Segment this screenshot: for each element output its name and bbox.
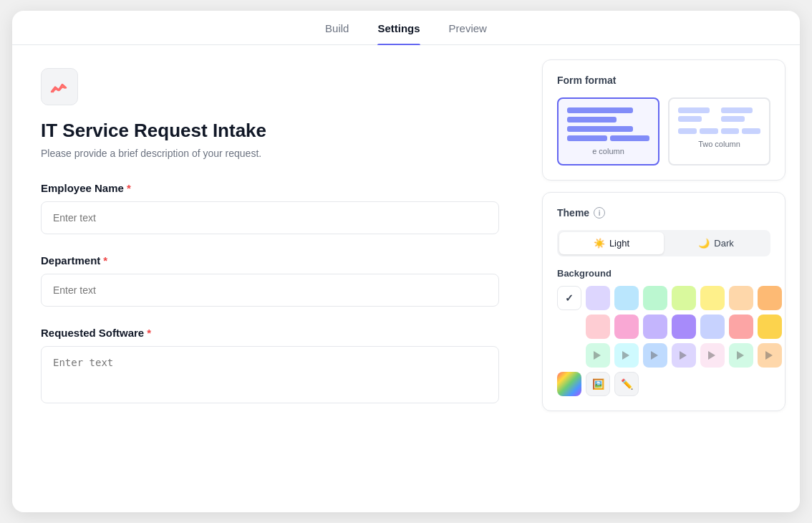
color-swatch-thumb4[interactable] (672, 343, 696, 368)
form-field-employee-name: Employee Name * (41, 182, 499, 234)
tc-bar-6 (700, 128, 718, 134)
color-swatch-thumb1[interactable] (586, 343, 610, 368)
format-options: e column (557, 97, 770, 165)
required-star-3: * (147, 327, 151, 339)
form-subtitle: Please provide a brief description of yo… (41, 148, 499, 159)
field-label-department: Department * (41, 254, 499, 267)
tab-build[interactable]: Build (325, 22, 349, 44)
play-icon-6 (737, 351, 745, 360)
color-swatch-purple[interactable] (672, 315, 696, 339)
field-label-employee-name: Employee Name * (41, 182, 499, 194)
color-grid-row1 (557, 286, 770, 310)
play-icon-3 (651, 351, 659, 360)
theme-info-icon[interactable]: i (594, 207, 605, 219)
play-icon-7 (765, 351, 774, 360)
tab-preview[interactable]: Preview (449, 22, 487, 44)
color-swatch-lavender[interactable] (586, 286, 610, 310)
tc-bar-4 (721, 116, 745, 122)
requested-software-input[interactable] (41, 346, 499, 403)
tc-bar-7 (721, 128, 740, 134)
color-grid-row3 (557, 343, 770, 368)
tab-settings[interactable]: Settings (377, 22, 420, 44)
preview-bar-row (567, 135, 649, 141)
color-swatch-amber[interactable] (758, 315, 782, 339)
left-panel: IT Service Request Intake Please provide… (12, 45, 528, 512)
play-icon-4 (680, 351, 688, 360)
tc-bar-3 (721, 107, 753, 113)
tc-bar-2 (678, 116, 702, 122)
special-swatches: 🖼️ ✏️ (557, 372, 770, 396)
form-format-card: Form format e column (542, 59, 786, 181)
tc-bar-5 (678, 128, 697, 134)
header-tabs: Build Settings Preview (12, 11, 800, 45)
play-icon-5 (708, 351, 717, 360)
format-one-column[interactable]: e column (557, 97, 659, 165)
preview-bar-2 (567, 117, 617, 123)
theme-light-button[interactable]: ☀️ Light (559, 232, 664, 254)
form-field-requested-software: Requested Software * (41, 327, 499, 406)
tc-bar-1 (678, 107, 710, 113)
preview-bar-1 (567, 107, 633, 113)
right-panel: Form format e column (528, 45, 800, 512)
color-swatch-thumb5[interactable] (700, 343, 725, 368)
picker-swatch[interactable]: ✏️ (614, 372, 639, 396)
required-star-2: * (103, 254, 107, 267)
color-swatch-peach[interactable] (729, 286, 753, 310)
color-swatch-white[interactable] (557, 286, 581, 310)
theme-title: Theme i (557, 207, 770, 219)
format-two-column[interactable]: Two column (668, 97, 770, 165)
theme-toggle: ☀️ Light 🌙 Dark (557, 230, 770, 256)
color-swatch-thumb6[interactable] (729, 343, 753, 368)
one-column-label: e column (567, 147, 649, 155)
form-logo (41, 68, 78, 105)
form-format-title: Form format (557, 75, 770, 86)
color-swatch-pink[interactable] (586, 315, 610, 339)
sun-icon: ☀️ (594, 238, 605, 249)
image-icon: 🖼️ (592, 378, 604, 390)
theme-dark-button[interactable]: 🌙 Dark (664, 232, 768, 254)
theme-card: Theme i ☀️ Light 🌙 Dark Background (542, 192, 786, 411)
picker-icon: ✏️ (621, 378, 633, 390)
moon-icon: 🌙 (698, 238, 710, 249)
required-star-1: * (127, 182, 131, 194)
background-label: Background (557, 268, 770, 279)
color-swatch-thumb2[interactable] (614, 343, 639, 368)
two-column-label: Two column (678, 140, 760, 148)
color-swatch-lime[interactable] (672, 286, 696, 310)
color-swatch-mint[interactable] (643, 286, 667, 310)
field-label-requested-software: Requested Software * (41, 327, 499, 339)
two-column-preview (678, 107, 760, 134)
color-swatch-sky[interactable] (614, 286, 639, 310)
clickup-logo-icon (49, 77, 69, 97)
form-title: IT Service Request Intake (41, 120, 499, 142)
color-swatch-salmon[interactable] (729, 315, 753, 339)
department-input[interactable] (41, 274, 499, 307)
color-swatch-rose[interactable] (614, 315, 639, 339)
form-field-department: Department * (41, 254, 499, 307)
one-column-preview (567, 107, 649, 141)
two-col-row1 (678, 107, 760, 122)
main-content: IT Service Request Intake Please provide… (12, 45, 800, 512)
color-swatch-thumb3[interactable] (643, 343, 667, 368)
tc-bar-8 (742, 128, 760, 134)
two-col-row2 (678, 128, 760, 134)
preview-bar-3 (567, 126, 633, 132)
color-swatch-thumb7[interactable] (758, 343, 782, 368)
color-swatch-violet[interactable] (643, 315, 667, 339)
color-grid-row2 (557, 315, 770, 339)
play-icon-2 (622, 351, 631, 360)
preview-bar-4 (567, 135, 607, 141)
preview-bar-5 (610, 135, 650, 141)
rainbow-swatch[interactable] (557, 372, 581, 396)
image-swatch[interactable]: 🖼️ (586, 372, 610, 396)
play-icon-1 (594, 351, 602, 360)
app-container: Build Settings Preview (12, 11, 800, 512)
color-swatch-yellow[interactable] (700, 286, 725, 310)
color-swatch-orange[interactable] (758, 286, 782, 310)
employee-name-input[interactable] (41, 201, 499, 234)
color-swatch-indigo[interactable] (700, 315, 725, 339)
